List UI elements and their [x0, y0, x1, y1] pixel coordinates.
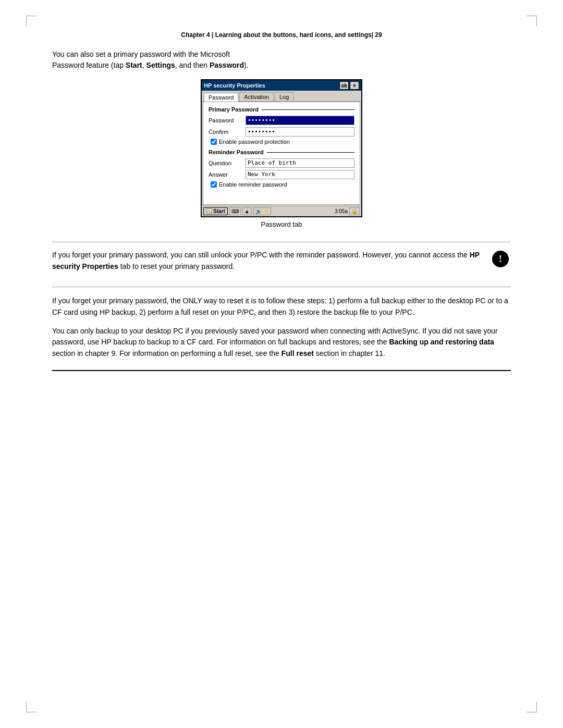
- start-button[interactable]: 🪟 Start: [203, 207, 228, 215]
- enable-password-row: Enable password protection: [211, 139, 354, 145]
- confirm-input[interactable]: ••••••••: [246, 127, 354, 137]
- caption-text: Password tab: [261, 220, 302, 228]
- dialog-tabs: Password Activation Log: [202, 91, 361, 102]
- chapter-header-text: Chapter 4 | Learning about the buttons, …: [181, 31, 382, 39]
- dialog-title: HP security Properties: [204, 82, 265, 89]
- enable-reminder-row: Enable reminder password: [211, 181, 354, 188]
- tab-log[interactable]: Log: [275, 92, 293, 101]
- hp-security-dialog: HP security Properties ok × Password Act…: [201, 79, 362, 217]
- page-container: Chapter 4 | Learning about the buttons, …: [0, 0, 563, 728]
- start-icon: 🪟: [206, 208, 212, 214]
- info-text-prefix: If you forget your primary password, you…: [52, 251, 470, 259]
- body-paragraph-1: If you forget your primary password, the…: [52, 295, 511, 318]
- info-icon-symbol: !: [499, 254, 502, 265]
- intro-paragraph: You can also set a primary password with…: [52, 49, 511, 71]
- corner-mark-tr: [527, 16, 537, 26]
- intro-password-bold: Password: [210, 61, 244, 69]
- password-row: Password ••••••••: [209, 116, 354, 125]
- intro-start: Start: [126, 61, 142, 69]
- taskbar-arrow[interactable]: ▲: [242, 207, 252, 215]
- answer-field-label: Answer: [209, 171, 242, 178]
- info-text-suffix: tab to reset your primary password.: [118, 262, 235, 270]
- intro-comma: ,: [142, 61, 146, 69]
- question-field-label: Question: [209, 160, 242, 166]
- ok-button[interactable]: ok: [339, 81, 349, 90]
- enable-reminder-label: Enable reminder password: [219, 181, 287, 188]
- primary-password-label: Primary Password: [209, 106, 259, 113]
- para2-bold2: Full reset: [282, 349, 314, 357]
- tab-activation[interactable]: Activation: [239, 92, 274, 101]
- intro-and-then: , and then: [175, 61, 210, 69]
- taskbar: 🪟 Start ⌨ ▲ 🔊 ⚡ 3:05a 🔒: [202, 206, 361, 216]
- para2-bold1: Backing up and restoring data: [389, 338, 494, 346]
- body-paragraph-2: You can only backup to your desktop PC i…: [52, 326, 511, 360]
- intro-suffix: ).: [244, 61, 249, 69]
- start-label: Start: [213, 208, 225, 214]
- enable-password-checkbox[interactable]: [211, 139, 217, 145]
- intro-line1: You can also set a primary password with…: [52, 50, 230, 58]
- dialog-content: Primary Password Password •••••••• Confi…: [203, 102, 360, 205]
- taskbar-time: 3:05a: [335, 208, 348, 214]
- corner-mark-br: [527, 702, 537, 712]
- taskbar-end-icon[interactable]: 🔒: [349, 207, 360, 215]
- screenshot-wrapper: HP security Properties ok × Password Act…: [52, 79, 511, 236]
- dialog-titlebar: HP security Properties ok ×: [202, 80, 361, 91]
- question-row: Question Place of birth: [209, 158, 354, 168]
- titlebar-buttons: ok ×: [339, 81, 359, 90]
- info-icon-container: !: [490, 250, 511, 267]
- tab-password[interactable]: Password: [204, 93, 238, 102]
- chapter-header: Chapter 4 | Learning about the buttons, …: [52, 31, 511, 39]
- info-paragraph: If you forget your primary password, you…: [52, 250, 482, 272]
- corner-mark-bl: [26, 702, 36, 712]
- primary-password-header: Primary Password: [209, 106, 354, 113]
- taskbar-icons: 🔊 ⚡: [253, 207, 272, 215]
- info-section: If you forget your primary password, you…: [52, 242, 511, 287]
- keyboard-icon[interactable]: ⌨: [229, 207, 241, 215]
- para2-suffix: section in chapter 11.: [314, 349, 385, 357]
- answer-row: Answer New York: [209, 170, 354, 179]
- screenshot-caption: Password tab: [261, 220, 302, 228]
- close-button[interactable]: ×: [350, 81, 359, 90]
- enable-password-label: Enable password protection: [219, 139, 290, 145]
- confirm-field-label: Confirm: [209, 129, 242, 135]
- enable-reminder-checkbox[interactable]: [211, 181, 217, 188]
- info-text-block: If you forget your primary password, you…: [52, 250, 482, 279]
- info-icon: !: [492, 251, 509, 267]
- para2-mid: section in chapter 9. For information on…: [52, 349, 282, 357]
- reminder-password-header: Reminder Password: [209, 149, 354, 155]
- answer-input[interactable]: New York: [246, 170, 354, 179]
- intro-line2: Password feature (tap Start, Settings, a…: [52, 61, 249, 69]
- corner-mark-tl: [26, 16, 36, 26]
- reminder-password-label: Reminder Password: [209, 149, 264, 155]
- para1-text: If you forget your primary password, the…: [52, 297, 508, 316]
- password-input[interactable]: ••••••••: [246, 116, 354, 125]
- confirm-row: Confirm ••••••••: [209, 127, 354, 137]
- password-field-label: Password: [209, 117, 242, 124]
- intro-settings: Settings: [146, 61, 175, 69]
- dialog-spacer: [209, 192, 354, 200]
- question-input[interactable]: Place of birth: [246, 158, 354, 168]
- bottom-divider: [52, 370, 511, 371]
